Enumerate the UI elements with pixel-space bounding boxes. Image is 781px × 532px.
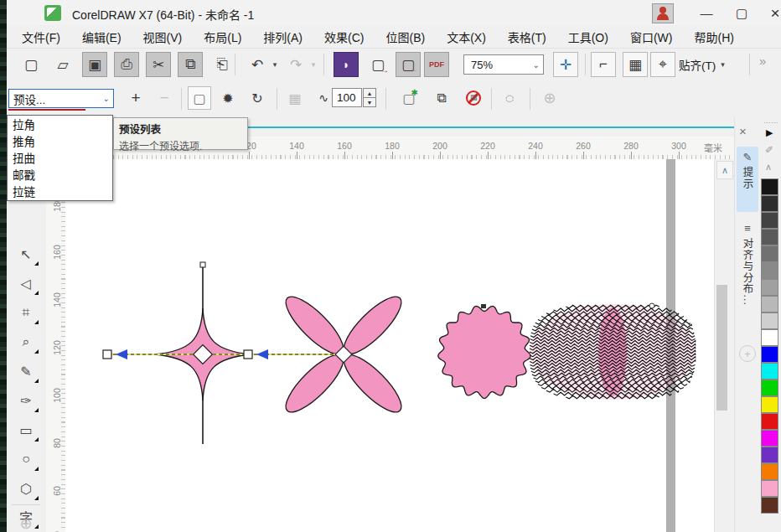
distortion-control-handles[interactable]	[103, 345, 352, 364]
menu-item[interactable]: 视图(V)	[143, 28, 183, 45]
toolbar-button[interactable]: ↶	[245, 52, 270, 77]
color-swatch[interactable]	[761, 245, 778, 262]
color-swatch[interactable]	[761, 447, 778, 463]
vertical-ruler[interactable]: 180160140120100806040	[46, 159, 66, 532]
color-swatch[interactable]	[761, 212, 778, 229]
vertical-scrollbar[interactable]: ∧	[714, 159, 735, 532]
clear-distortion-button[interactable]	[466, 90, 481, 106]
menu-item[interactable]: 效果(C)	[324, 28, 364, 45]
color-swatch[interactable]	[761, 413, 778, 430]
toolbar-button[interactable]: ↷	[283, 52, 308, 77]
preset-option[interactable]: 邮戳	[8, 166, 112, 183]
toolbar-button[interactable]: ✂	[146, 52, 171, 77]
customize-toolbox-button[interactable]: ⊕	[13, 511, 39, 532]
menu-item[interactable]: 编辑(E)	[82, 28, 122, 45]
push-pull-distortion-button[interactable]: ▢	[188, 86, 211, 110]
add-preset-button[interactable]: +	[124, 86, 147, 110]
color-swatch[interactable]	[761, 463, 778, 480]
toolbox-tool[interactable]: ↖	[13, 241, 39, 266]
add-property-button[interactable]: ⊕	[538, 86, 561, 110]
snap-to-menu-button[interactable]: 贴齐(T) ▾	[679, 54, 725, 75]
toolbar-button[interactable]: ▣	[82, 52, 107, 77]
search-content-button[interactable]: ◗	[334, 52, 359, 77]
menu-item[interactable]: 位图(B)	[385, 28, 425, 45]
color-swatch[interactable]	[761, 396, 778, 413]
toolbar-button[interactable]: ▢	[18, 52, 44, 77]
maximize-button[interactable]: ▢	[727, 3, 756, 23]
color-swatch[interactable]	[761, 195, 778, 212]
zipper-distortion-button[interactable]: ✹	[216, 86, 240, 110]
color-swatch[interactable]	[761, 380, 778, 396]
user-account-icon[interactable]	[652, 3, 674, 23]
title-bar[interactable]: CorelDRAW X7 (64-Bit) - 未命名 -1 — ▢ ×	[7, 0, 781, 26]
preset-list-combobox[interactable]: 预设... ⌄	[8, 89, 114, 108]
minimize-button[interactable]: —	[692, 3, 721, 23]
toolbar-button[interactable]: ⎙	[114, 52, 139, 77]
center-distortion-button[interactable]: ▢ ✱	[397, 86, 421, 110]
redo-dropdown-caret[interactable]: ▾	[308, 52, 318, 77]
color-swatch[interactable]	[761, 262, 778, 279]
color-swatch[interactable]	[761, 480, 778, 497]
color-swatch[interactable]	[761, 312, 778, 329]
amplitude-spin-down[interactable]: ▼	[363, 97, 376, 107]
toolbox-tool[interactable]: ⌕	[13, 329, 39, 354]
docker-tab[interactable]: ≡ 对齐与分布...	[737, 218, 758, 310]
color-swatch[interactable]	[761, 296, 778, 312]
drawing-canvas[interactable]	[65, 159, 714, 532]
color-swatch[interactable]	[761, 329, 778, 346]
close-button[interactable]: ×	[761, 3, 781, 23]
menu-item[interactable]: 表格(T)	[508, 28, 546, 45]
undo-dropdown-caret[interactable]: ▾	[270, 52, 280, 77]
toolbox-tool[interactable]: ▭	[13, 417, 39, 442]
preset-option[interactable]: 推角	[8, 132, 112, 149]
menu-item[interactable]: 帮助(H)	[694, 28, 733, 45]
scalloped-circle-shape[interactable]	[438, 304, 530, 399]
palette-scroll-up[interactable]: ∧	[765, 162, 772, 173]
docker-add-button[interactable]: +	[739, 345, 756, 362]
color-swatch[interactable]	[761, 430, 778, 447]
toolbar-button[interactable]: ⧉	[178, 52, 203, 77]
color-swatch[interactable]	[761, 497, 778, 514]
copy-distortion-button[interactable]: ⧉	[430, 86, 453, 110]
twister-distortion-button[interactable]: ↻	[246, 86, 269, 110]
toolbox-tool[interactable]: ○	[13, 447, 39, 472]
zoom-fit-button[interactable]: ✛	[553, 52, 578, 77]
toolbox-tool[interactable]: ⬡	[13, 476, 39, 501]
palette-flyout-arrow[interactable]: ▶	[766, 127, 773, 138]
menu-item[interactable]: 排列(A)	[263, 28, 303, 45]
convert-to-curves-button[interactable]: ◌	[498, 86, 521, 110]
menu-item[interactable]: 布局(L)	[204, 28, 241, 45]
zoom-level-combobox[interactable]: 75% ⌄	[463, 54, 544, 75]
menu-item[interactable]: 工具(O)	[568, 28, 608, 45]
scroll-up-button[interactable]: ∧	[716, 161, 733, 179]
color-swatch[interactable]	[761, 363, 778, 380]
publish-pdf-button[interactable]: PDF	[424, 52, 449, 77]
preset-option[interactable]: 拉角	[8, 116, 112, 132]
view-toggle-button[interactable]: ⌖	[650, 52, 675, 77]
color-swatch[interactable]	[761, 229, 778, 245]
docker-close-button[interactable]: ×	[739, 124, 747, 138]
toolbox-tool[interactable]: ◁	[13, 271, 39, 296]
menu-item[interactable]: 窗口(W)	[630, 28, 673, 45]
amplitude-input[interactable]: 100	[332, 88, 362, 107]
color-swatch[interactable]	[761, 178, 778, 195]
toolbox-tool[interactable]: ✑	[13, 388, 39, 413]
color-swatch[interactable]	[761, 279, 778, 296]
palette-drag-handle[interactable]: ⋯⋯	[763, 119, 778, 127]
export-button[interactable]: ▢←	[396, 52, 421, 77]
toolbar-button[interactable]: ⎗	[209, 52, 235, 77]
menu-item[interactable]: 文件(F)	[22, 28, 60, 45]
eyedropper-icon[interactable]: ✐	[765, 144, 773, 156]
toolbox-tool[interactable]: ✎	[13, 359, 39, 384]
import-button[interactable]: ▢→	[365, 52, 390, 77]
toolbar-overflow-button[interactable]: »	[759, 54, 766, 68]
scrollbar-thumb[interactable]	[716, 285, 727, 411]
view-toggle-button[interactable]: ⌐	[591, 52, 616, 77]
color-swatch[interactable]	[761, 346, 778, 363]
menu-item[interactable]: 文本(X)	[447, 28, 486, 45]
preset-option[interactable]: 拉链	[8, 183, 112, 199]
preset-option[interactable]: 扭曲	[8, 149, 112, 166]
remove-preset-button[interactable]: −	[153, 86, 176, 110]
toolbar-button[interactable]: ▱	[50, 52, 75, 77]
docker-tab[interactable]: ✎ 提示	[737, 147, 758, 212]
